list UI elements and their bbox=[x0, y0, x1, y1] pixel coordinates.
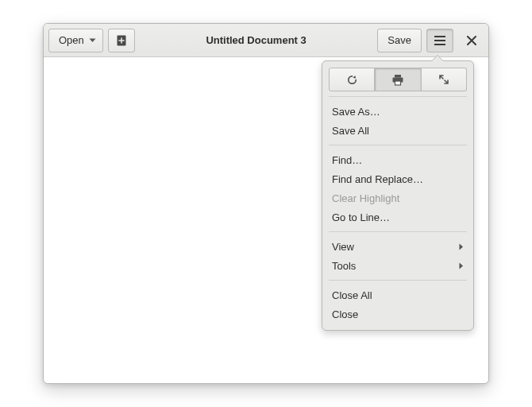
new-tab-button[interactable] bbox=[108, 29, 135, 52]
svg-rect-3 bbox=[434, 44, 445, 45]
new-document-icon bbox=[115, 34, 128, 47]
menu-close[interactable]: Close bbox=[329, 304, 467, 324]
open-button[interactable]: Open bbox=[48, 29, 103, 52]
svg-rect-4 bbox=[395, 75, 401, 78]
print-button[interactable] bbox=[375, 68, 421, 91]
menu-find[interactable]: Find… bbox=[329, 150, 467, 169]
app-menu-popover: Save As… Save All Find… Find and Replace… bbox=[322, 60, 474, 331]
titlebar-right: Save bbox=[377, 29, 484, 52]
svg-rect-2 bbox=[434, 40, 445, 41]
menu-separator bbox=[329, 280, 467, 281]
menu-separator bbox=[329, 145, 467, 145]
menu-separator bbox=[329, 96, 467, 97]
open-label: Open bbox=[59, 34, 84, 46]
caret-down-icon bbox=[89, 38, 96, 43]
menu-find-replace[interactable]: Find and Replace… bbox=[329, 169, 467, 188]
chevron-right-icon bbox=[459, 262, 464, 269]
print-icon bbox=[391, 74, 404, 86]
window-close-button[interactable] bbox=[460, 29, 484, 52]
save-label: Save bbox=[387, 34, 411, 46]
chevron-right-icon bbox=[459, 243, 464, 250]
menu-label: Tools bbox=[332, 260, 356, 272]
popover-action-row bbox=[329, 68, 467, 91]
svg-rect-1 bbox=[434, 36, 445, 37]
app-window: Open Untitled Document 3 Save bbox=[43, 23, 489, 384]
menu-view[interactable]: View bbox=[329, 237, 467, 256]
menu-label: Find and Replace… bbox=[332, 173, 423, 185]
reload-icon bbox=[346, 74, 358, 86]
menu-label: Close bbox=[332, 308, 358, 320]
menu-save-all[interactable]: Save All bbox=[329, 121, 467, 140]
svg-rect-6 bbox=[395, 81, 401, 85]
close-icon bbox=[467, 36, 476, 45]
menu-tools[interactable]: Tools bbox=[329, 256, 467, 275]
fullscreen-button[interactable] bbox=[422, 68, 467, 91]
menu-label: Save As… bbox=[332, 106, 380, 118]
menu-label: Save All bbox=[332, 125, 369, 137]
fullscreen-icon bbox=[438, 74, 449, 85]
menu-go-to-line[interactable]: Go to Line… bbox=[329, 207, 467, 227]
menu-label: View bbox=[332, 241, 354, 253]
menu-label: Go to Line… bbox=[332, 211, 390, 223]
reload-button[interactable] bbox=[329, 68, 375, 91]
hamburger-icon bbox=[434, 36, 445, 45]
hamburger-menu-button[interactable] bbox=[426, 29, 453, 52]
menu-label: Find… bbox=[332, 154, 362, 166]
menu-save-as[interactable]: Save As… bbox=[329, 102, 467, 121]
menu-close-all[interactable]: Close All bbox=[329, 285, 467, 304]
save-button[interactable]: Save bbox=[377, 29, 422, 52]
menu-label: Close All bbox=[332, 289, 372, 301]
window-title: Untitled Document 3 bbox=[140, 34, 373, 46]
menu-separator bbox=[329, 231, 467, 232]
titlebar: Open Untitled Document 3 Save bbox=[44, 24, 488, 57]
titlebar-left: Open bbox=[48, 29, 135, 52]
menu-label: Clear Highlight bbox=[332, 192, 399, 204]
menu-clear-highlight: Clear Highlight bbox=[329, 188, 467, 207]
